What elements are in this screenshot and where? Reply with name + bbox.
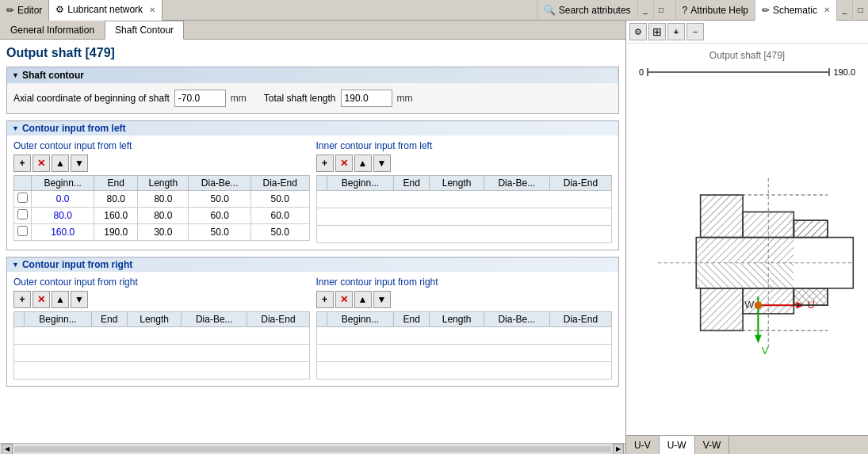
outer-right-label: Outer contour input from right	[13, 277, 310, 288]
outer-left-down-button[interactable]: ▼	[71, 155, 88, 172]
outer-right-up-button[interactable]: ▲	[52, 291, 69, 308]
col-check	[14, 176, 32, 191]
w-axis-label: V	[762, 345, 769, 357]
inner-right-label: Inner contour input from right	[316, 277, 613, 288]
inner-contour-left: Inner contour input from left + ✕ ▲ ▼	[316, 140, 613, 243]
empty-row	[316, 191, 612, 208]
col-begin: Beginn...	[25, 312, 91, 327]
outer-contour-left: Outer contour input from left + ✕ ▲ ▼	[13, 140, 310, 243]
col-length: Length	[127, 312, 181, 327]
contour-left-body: Outer contour input from left + ✕ ▲ ▼	[7, 135, 618, 250]
col-begin: Beginn...	[327, 176, 393, 191]
editor-icon: ✏	[6, 5, 14, 16]
horizontal-scrollbar[interactable]: ◀ ▶	[0, 443, 625, 454]
col-dia-end: Dia-End	[250, 176, 309, 191]
scroll-left-arrow[interactable]: ◀	[2, 444, 13, 455]
tab-lubricant[interactable]: ⚙ Lubricant network ✕	[49, 0, 163, 21]
page-title: Output shaft [479]	[6, 46, 619, 60]
table-row[interactable]: 0.0 80.0 80.0 50.0 50.0	[14, 191, 310, 208]
row-check[interactable]	[17, 193, 28, 203]
inner-right-down-button[interactable]: ▼	[373, 291, 391, 308]
inner-right-up-button[interactable]: ▲	[354, 291, 372, 308]
maximize-button[interactable]: □	[653, 0, 669, 21]
inner-right-remove-button[interactable]: ✕	[335, 291, 353, 308]
outer-left-remove-button[interactable]: ✕	[33, 155, 50, 172]
scroll-right-arrow[interactable]: ▶	[613, 444, 624, 455]
help-icon: ?	[683, 5, 688, 16]
contour-right-columns: Outer contour input from right + ✕ ▲ ▼	[13, 277, 612, 380]
inner-right-add-button[interactable]: +	[316, 291, 334, 308]
empty-row	[316, 208, 612, 226]
inner-left-down-button[interactable]: ▼	[373, 155, 391, 172]
outer-right-add-button[interactable]: +	[13, 291, 31, 308]
contour-right-header[interactable]: Contour input from right	[7, 258, 618, 272]
zoom-in-button[interactable]: +	[667, 23, 685, 40]
close-schematic-icon[interactable]: ✕	[824, 6, 830, 14]
tab-editor[interactable]: ✏ Editor	[0, 0, 49, 21]
outer-contour-right: Outer contour input from right + ✕ ▲ ▼	[13, 277, 310, 380]
rp-minimize-button[interactable]: _	[836, 0, 852, 21]
axial-value-input[interactable]	[174, 90, 226, 107]
contour-left-columns: Outer contour input from left + ✕ ▲ ▼	[13, 140, 612, 243]
outer-left-up-button[interactable]: ▲	[52, 155, 69, 172]
contour-left-section: Contour input from left Outer contour in…	[6, 120, 619, 250]
col-end: End	[91, 312, 127, 327]
shaft-diagram-title: Output shaft [479]	[709, 50, 785, 61]
expand-button[interactable]: ⊞	[648, 23, 666, 40]
tab-shaft-contour[interactable]: Shaft Contour	[105, 21, 184, 40]
empty-row	[316, 327, 612, 345]
shaft-diagram: V U W	[633, 80, 862, 429]
inner-right-toolbar: + ✕ ▲ ▼	[316, 291, 613, 308]
shaft-left-top	[701, 195, 744, 238]
search-attributes-button[interactable]: 🔍 Search attributes	[537, 0, 637, 21]
contour-left-header[interactable]: Contour input from left	[7, 121, 618, 135]
col-dia-be: Dia-Be...	[484, 312, 549, 327]
zoom-out-button[interactable]: −	[686, 23, 704, 40]
right-content: Output shaft [479] 0 190.0	[626, 44, 868, 435]
row-check[interactable]	[17, 209, 28, 219]
col-begin: Beginn...	[32, 176, 94, 191]
shaft-svg: V U W	[633, 80, 862, 429]
outer-right-down-button[interactable]: ▼	[71, 291, 88, 308]
outer-left-add-button[interactable]: +	[13, 155, 31, 172]
inner-left-add-button[interactable]: +	[316, 155, 334, 172]
row-check[interactable]	[17, 226, 28, 236]
scale-bar: 0 190.0	[633, 67, 862, 77]
outer-right-table: Beginn... End Length Dia-Be... Dia-End	[13, 311, 310, 380]
hatch-top-right	[793, 220, 828, 237]
empty-row	[316, 362, 612, 380]
scroll-track[interactable]	[14, 446, 611, 452]
outer-right-remove-button[interactable]: ✕	[33, 291, 50, 308]
coord-row: Axial coordinate of beginning of shaft m…	[13, 90, 612, 107]
tab-general-information[interactable]: General Information	[0, 21, 105, 39]
scale-start: 0	[639, 67, 644, 77]
col-dia-be: Dia-Be...	[182, 312, 247, 327]
table-row[interactable]: 160.0 190.0 30.0 50.0 50.0	[14, 224, 310, 241]
close-tab-icon[interactable]: ✕	[149, 6, 155, 14]
col-length: Length	[430, 176, 484, 191]
inner-left-label: Inner contour input from left	[316, 140, 613, 151]
total-value-input[interactable]	[341, 90, 392, 107]
col-length: Length	[138, 176, 189, 191]
tab-uv[interactable]: U-V	[626, 436, 660, 455]
inner-left-up-button[interactable]: ▲	[354, 155, 372, 172]
col-dia-end: Dia-End	[247, 312, 309, 327]
outer-left-label: Outer contour input from left	[13, 140, 310, 151]
scale-line	[647, 71, 830, 73]
contour-right-arrow	[12, 261, 19, 269]
inner-left-remove-button[interactable]: ✕	[335, 155, 353, 172]
total-label: Total shaft length	[264, 93, 336, 104]
rp-maximize-button[interactable]: □	[852, 0, 868, 21]
left-content: Output shaft [479] Shaft contour Axial c…	[0, 40, 625, 443]
table-row[interactable]: 80.0 160.0 80.0 60.0 60.0	[14, 208, 310, 224]
tab-vw[interactable]: V-W	[695, 436, 730, 455]
right-toolbar: ⚙ ⊞ + −	[626, 21, 868, 44]
tab-uw[interactable]: U-W	[660, 436, 695, 455]
minimize-button[interactable]: _	[637, 0, 653, 21]
attr-help-tab[interactable]: ? Attribute Help	[675, 0, 755, 21]
schematic-tab[interactable]: ✏ Schematic ✕	[755, 0, 836, 21]
settings-button[interactable]: ⚙	[629, 23, 647, 40]
axial-label: Axial coordinate of beginning of shaft	[13, 93, 170, 104]
shaft-contour-body: Axial coordinate of beginning of shaft m…	[7, 83, 618, 113]
shaft-contour-header[interactable]: Shaft contour	[7, 67, 618, 83]
